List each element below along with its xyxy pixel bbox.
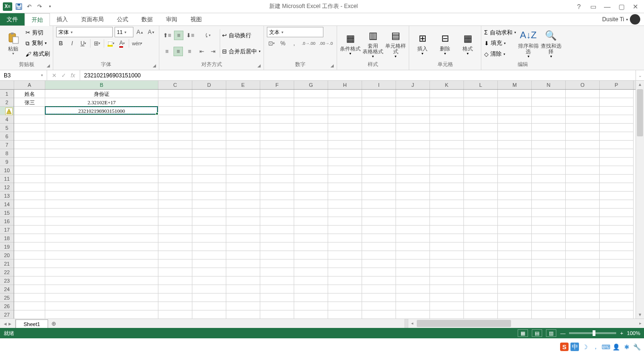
- cell[interactable]: [396, 192, 430, 200]
- hscroll-thumb[interactable]: [417, 320, 511, 327]
- cell[interactable]: [566, 192, 600, 200]
- cell[interactable]: [566, 166, 600, 175]
- cell[interactable]: [158, 285, 192, 293]
- cell[interactable]: [226, 158, 260, 166]
- cell[interactable]: [396, 183, 430, 192]
- cell[interactable]: [498, 226, 532, 234]
- cell[interactable]: [532, 268, 566, 277]
- cell[interactable]: [14, 251, 45, 260]
- decrease-decimal-icon[interactable]: .00→.0: [318, 39, 334, 48]
- cell[interactable]: [464, 200, 498, 209]
- column-header[interactable]: G: [294, 81, 328, 89]
- cell[interactable]: [396, 226, 430, 234]
- cell[interactable]: [600, 302, 634, 310]
- sheet-tab[interactable]: Sheet1: [16, 319, 48, 328]
- cell[interactable]: [566, 124, 600, 132]
- cell[interactable]: [566, 98, 600, 107]
- cell[interactable]: [226, 285, 260, 293]
- row-header[interactable]: 6: [0, 132, 14, 141]
- cell[interactable]: [498, 98, 532, 107]
- cell[interactable]: [396, 132, 430, 141]
- cell[interactable]: [158, 217, 192, 226]
- font-dialog-icon[interactable]: ◢: [153, 63, 156, 68]
- number-dialog-icon[interactable]: ◢: [330, 63, 334, 68]
- cell[interactable]: [226, 226, 260, 234]
- enter-formula-icon[interactable]: ✓: [61, 72, 66, 79]
- cell[interactable]: [328, 200, 362, 209]
- cell[interactable]: [328, 268, 362, 277]
- row-header[interactable]: 27: [0, 310, 14, 318]
- cell[interactable]: [192, 192, 226, 200]
- cell[interactable]: [260, 302, 294, 310]
- cell[interactable]: [328, 158, 362, 166]
- cell[interactable]: [294, 209, 328, 217]
- horizontal-scrollbar[interactable]: ◂ ▸: [408, 319, 644, 328]
- cell[interactable]: [328, 277, 362, 285]
- cell[interactable]: [45, 141, 158, 149]
- cell[interactable]: [600, 293, 634, 302]
- cell[interactable]: [464, 277, 498, 285]
- cell[interactable]: [464, 132, 498, 141]
- cell[interactable]: [158, 132, 192, 141]
- cell[interactable]: [328, 132, 362, 141]
- cell[interactable]: [566, 310, 600, 318]
- cell[interactable]: [430, 107, 464, 115]
- cell[interactable]: [192, 243, 226, 251]
- cell[interactable]: [260, 243, 294, 251]
- cell[interactable]: [14, 243, 45, 251]
- cell[interactable]: [362, 166, 396, 175]
- cell[interactable]: [464, 166, 498, 175]
- cell[interactable]: [226, 268, 260, 277]
- cell[interactable]: [464, 226, 498, 234]
- cell[interactable]: [498, 200, 532, 209]
- cell[interactable]: [566, 149, 600, 158]
- row-header[interactable]: 23: [0, 277, 14, 285]
- cell[interactable]: [430, 234, 464, 243]
- column-header[interactable]: H: [328, 81, 362, 89]
- cell[interactable]: [328, 149, 362, 158]
- cell[interactable]: [158, 175, 192, 183]
- cell[interactable]: [430, 115, 464, 124]
- column-header[interactable]: N: [532, 81, 566, 89]
- cell[interactable]: [294, 90, 328, 98]
- cell[interactable]: [14, 302, 45, 310]
- minimize-icon[interactable]: —: [603, 3, 612, 10]
- align-center-icon[interactable]: ≡: [173, 47, 183, 56]
- cell[interactable]: [226, 243, 260, 251]
- cell[interactable]: [192, 90, 226, 98]
- cell[interactable]: [45, 310, 158, 318]
- cell[interactable]: [294, 175, 328, 183]
- row-header[interactable]: 19: [0, 243, 14, 251]
- cell[interactable]: [532, 183, 566, 192]
- tray-wrench-icon[interactable]: 🔧: [633, 343, 641, 351]
- cell[interactable]: [226, 251, 260, 260]
- cell[interactable]: [294, 107, 328, 115]
- cell[interactable]: [192, 124, 226, 132]
- cell[interactable]: [328, 209, 362, 217]
- cell[interactable]: [498, 175, 532, 183]
- cell[interactable]: [260, 166, 294, 175]
- error-indicator-icon[interactable]: !: [5, 108, 13, 115]
- find-select-button[interactable]: 🔍查找和选择▾: [541, 27, 561, 59]
- vscroll-thumb[interactable]: [637, 89, 643, 136]
- cell[interactable]: [498, 90, 532, 98]
- cell[interactable]: [260, 183, 294, 192]
- cell[interactable]: [396, 115, 430, 124]
- number-format-combo[interactable]: 文本▾: [267, 27, 323, 37]
- cell[interactable]: [260, 107, 294, 115]
- row-header[interactable]: 8: [0, 149, 14, 158]
- cell[interactable]: [566, 251, 600, 260]
- cell[interactable]: [226, 98, 260, 107]
- cell[interactable]: [532, 260, 566, 268]
- cell[interactable]: [600, 149, 634, 158]
- cell[interactable]: [498, 141, 532, 149]
- cell[interactable]: [260, 226, 294, 234]
- cell[interactable]: [14, 124, 45, 132]
- cell[interactable]: [14, 183, 45, 192]
- column-header[interactable]: K: [430, 81, 464, 89]
- decrease-indent-icon[interactable]: ⇤: [197, 47, 206, 56]
- cell[interactable]: [532, 107, 566, 115]
- cell[interactable]: [566, 260, 600, 268]
- cell[interactable]: [294, 251, 328, 260]
- cell[interactable]: [396, 158, 430, 166]
